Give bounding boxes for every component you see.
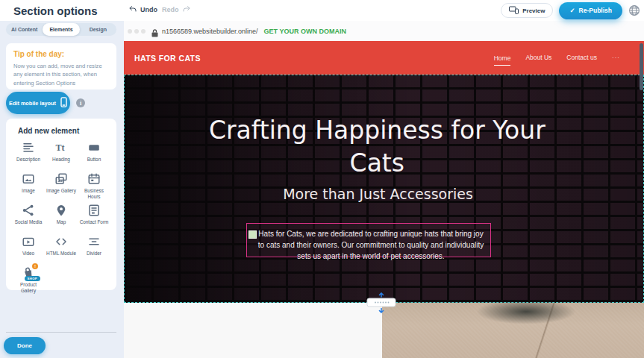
contact-form-icon xyxy=(87,204,101,217)
add-element-image[interactable]: Image xyxy=(12,172,45,200)
hero-section-selected[interactable]: Crafting Happiness for Your Cats More th… xyxy=(124,75,644,303)
element-label: Product Gallery xyxy=(12,282,45,294)
info-icon[interactable]: i xyxy=(76,98,85,107)
add-element-business-hours[interactable]: Business Hours xyxy=(78,172,110,200)
element-drag-handle[interactable] xyxy=(248,230,257,239)
language-globe-icon[interactable] xyxy=(628,4,640,16)
tab-ai-content[interactable]: AI Content xyxy=(6,23,43,36)
undo-redo-group: Undo Redo xyxy=(128,4,191,15)
site-nav: Home About Us Contact us ··· xyxy=(494,41,620,75)
nav-about-us[interactable]: About Us xyxy=(525,54,551,63)
video-icon xyxy=(22,235,35,248)
redo-button[interactable]: Redo xyxy=(162,4,191,15)
tip-title: Tip of the day: xyxy=(13,50,109,58)
shop-badge: SHOP xyxy=(25,276,40,281)
preview-scrollbar[interactable] xyxy=(640,43,643,90)
site-preview: n1566589.websitebuilder.online/ GET YOUR… xyxy=(124,21,644,358)
ssl-lock-icon xyxy=(151,27,158,35)
html-module-icon xyxy=(54,235,68,248)
browser-chrome: n1566589.websitebuilder.online/ GET YOUR… xyxy=(124,21,644,41)
hero-paragraph-text: Hats for Cats, we are dedicated to craft… xyxy=(258,230,484,260)
get-domain-link[interactable]: GET YOUR OWN DOMAIN xyxy=(264,28,346,35)
element-label: Business Hours xyxy=(78,188,110,200)
new-badge-dot: ! xyxy=(32,263,38,269)
browser-dot xyxy=(141,29,146,34)
add-element-html-module[interactable]: HTML Module xyxy=(45,235,78,263)
image-gallery-icon xyxy=(54,172,68,186)
tab-design[interactable]: Design xyxy=(80,23,116,36)
panel-tabs: AI Content Elements Design xyxy=(6,23,116,36)
browser-dot xyxy=(128,29,132,34)
element-label: Divider xyxy=(87,251,101,257)
element-label: Image Gallery xyxy=(46,188,76,194)
devices-icon xyxy=(509,6,519,16)
hero-paragraph-selected[interactable]: Hats for Cats, we are dedicated to craft… xyxy=(246,223,491,257)
element-label: Video xyxy=(22,251,34,257)
product-gallery-icon: ! SHOP xyxy=(22,266,35,280)
nav-more-menu[interactable]: ··· xyxy=(612,54,620,61)
element-label: Button xyxy=(87,157,101,163)
add-element-button[interactable]: Button xyxy=(78,141,110,169)
top-bar: Section options Undo Redo Preview ✓ Re-P… xyxy=(0,0,644,21)
button-icon xyxy=(87,141,101,154)
add-element-description[interactable]: Description xyxy=(12,141,45,169)
page-title: Section options xyxy=(13,4,98,17)
app-window: Section options Undo Redo Preview ✓ Re-P… xyxy=(0,0,644,358)
element-label: HTML Module xyxy=(46,251,76,257)
tip-body: Now you can add, move and resize any ele… xyxy=(13,62,109,87)
heading-icon: Tt xyxy=(54,141,68,154)
panel-divider xyxy=(6,332,116,333)
edit-mobile-label: Edit mobile layout xyxy=(9,100,56,107)
preview-label: Preview xyxy=(522,7,545,14)
nav-contact-us[interactable]: Contact us xyxy=(566,54,597,63)
element-label: Map xyxy=(57,219,66,225)
add-element-heading[interactable]: Tt Heading xyxy=(45,141,78,169)
svg-text:Tt: Tt xyxy=(56,142,65,153)
element-grid: Description Tt Heading Button Image Imag… xyxy=(12,141,110,294)
element-label: Social Media xyxy=(15,219,43,225)
add-element-contact-form[interactable]: Contact Form xyxy=(78,204,110,231)
site-header: HATS FOR CATS Home About Us Contact us ·… xyxy=(124,41,644,75)
element-label: Contact Form xyxy=(80,219,109,225)
redo-icon xyxy=(182,4,191,15)
undo-icon xyxy=(128,4,137,15)
nav-home[interactable]: Home xyxy=(494,54,511,66)
mobile-phone-icon xyxy=(60,97,67,109)
add-element-title: Add new element xyxy=(18,127,110,135)
browser-dot xyxy=(134,29,139,34)
business-hours-icon xyxy=(87,172,101,186)
tip-of-the-day-card: Tip of the day: Now you can add, move an… xyxy=(6,43,116,90)
add-element-product-gallery[interactable]: ! SHOP Product Gallery xyxy=(12,266,45,294)
map-pin-icon xyxy=(54,204,68,217)
description-icon xyxy=(22,141,35,154)
element-label: Description xyxy=(16,157,40,163)
hero-title[interactable]: Crafting Happiness for Your Cats xyxy=(205,114,548,179)
edit-mobile-layout-button[interactable]: Edit mobile layout xyxy=(6,92,70,114)
tab-elements[interactable]: Elements xyxy=(43,23,79,36)
undo-label: Undo xyxy=(140,6,157,13)
add-element-map[interactable]: Map xyxy=(45,204,78,231)
site-url: n1566589.websitebuilder.online/ xyxy=(162,28,258,35)
browser-dots xyxy=(128,29,146,34)
image-icon xyxy=(22,172,35,186)
add-element-social-media[interactable]: Social Media xyxy=(12,204,45,231)
add-new-element-card: Add new element Description Tt Heading B… xyxy=(6,119,116,290)
element-label: Heading xyxy=(52,157,70,163)
section-resize-handle[interactable] xyxy=(365,292,398,313)
add-element-divider[interactable]: Divider xyxy=(78,235,110,263)
hero-subtitle[interactable]: More than Just Accessories xyxy=(229,186,528,202)
redo-label: Redo xyxy=(162,6,179,13)
social-media-icon xyxy=(22,204,35,217)
add-element-video[interactable]: Video xyxy=(12,235,45,263)
element-label: Image xyxy=(22,188,35,194)
next-section-image xyxy=(382,303,644,358)
preview-button[interactable]: Preview xyxy=(501,3,553,18)
republish-label: Re-Publish xyxy=(579,7,612,14)
add-element-image-gallery[interactable]: Image Gallery xyxy=(45,172,78,200)
site-logo[interactable]: HATS FOR CATS xyxy=(134,54,201,63)
divider-icon xyxy=(87,235,101,248)
done-button[interactable]: Done xyxy=(4,337,46,354)
republish-button[interactable]: ✓ Re-Publish xyxy=(559,2,622,19)
top-right-actions: Preview ✓ Re-Publish xyxy=(501,0,640,21)
undo-button[interactable]: Undo xyxy=(128,4,157,15)
